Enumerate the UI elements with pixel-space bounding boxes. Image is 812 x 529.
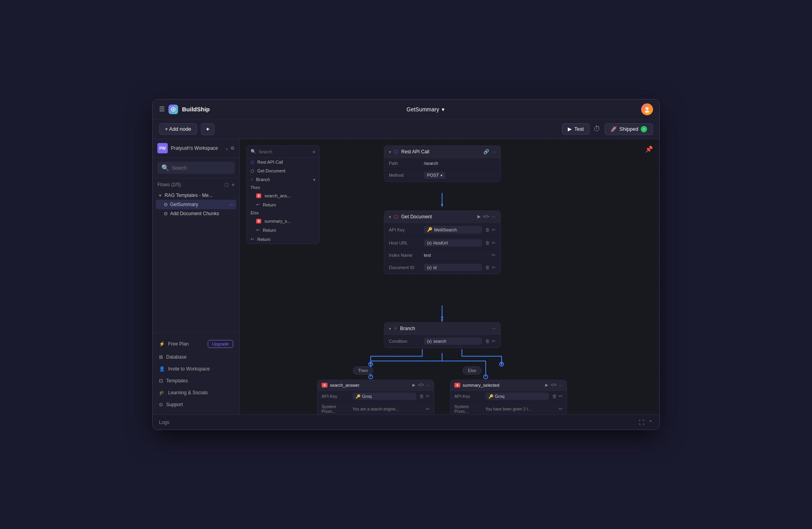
else-section: Else: [247, 209, 319, 217]
workspace-settings-icon[interactable]: ⚙: [230, 145, 235, 151]
var-icon-2: (x): [427, 265, 432, 270]
canvas: 🔍 ≡ ⬡ Rest API Call ⬡ Get Document ⑂: [240, 139, 659, 414]
flow-panel-get-doc[interactable]: ⬡ Get Document: [247, 166, 319, 175]
rest-api-title: Rest API Call: [401, 149, 480, 155]
flow-name-label: GetSummary: [406, 106, 439, 113]
upgrade-button[interactable]: Upgrade: [208, 340, 233, 348]
flow-panel-else-return[interactable]: ↩ Return: [247, 225, 319, 235]
sidebar-item-database[interactable]: ⊞ Database: [156, 351, 236, 363]
summary-code[interactable]: </>: [551, 383, 556, 388]
branch-collapse-icon[interactable]: ▾: [389, 327, 391, 331]
flow-panel-return[interactable]: ↩ Return: [247, 235, 319, 244]
bolt-icon: ⚡: [159, 341, 165, 347]
condition-delete-icon[interactable]: 🗑: [485, 338, 490, 344]
sidebar-item-invite[interactable]: 👤 Invite to Workspace: [156, 363, 236, 375]
history-button[interactable]: ⏱: [594, 125, 601, 133]
logs-expand-icon[interactable]: ⛶: [639, 419, 644, 426]
flow-tree-addchunks[interactable]: ⊙ Add Document Chunks: [156, 209, 236, 218]
flow-name-button[interactable]: GetSummary ▾: [406, 106, 444, 113]
edit-icon-3[interactable]: ✏: [492, 252, 496, 258]
more-icon-2[interactable]: ···: [492, 214, 496, 220]
user-avatar[interactable]: [641, 103, 653, 115]
summary-play[interactable]: ▶: [545, 383, 548, 388]
menu-icon[interactable]: ☰: [159, 105, 165, 113]
learning-label: Learning & Socials: [168, 390, 208, 395]
magic-button[interactable]: ✦: [201, 123, 214, 135]
link-icon[interactable]: 🔗: [483, 149, 489, 155]
flow-label-2: Add Document Chunks: [170, 211, 219, 216]
condition-edit-icon[interactable]: ✏: [492, 338, 496, 344]
title-bar-center: GetSummary ▾: [210, 106, 641, 113]
edit-icon-4[interactable]: ✏: [492, 265, 496, 270]
play-icon[interactable]: ▶: [477, 214, 481, 220]
search-ans-more[interactable]: ···: [426, 383, 430, 388]
flow-panel-then-return[interactable]: ↩ Return: [247, 200, 319, 209]
ss-edit[interactable]: ✏: [559, 393, 563, 399]
ss-delete[interactable]: 🗑: [552, 393, 557, 399]
sidebar-item-support[interactable]: ⊙ Support: [156, 399, 236, 411]
branch-title: Branch: [400, 326, 488, 331]
flow-tree-folder[interactable]: ▼ RAG Templates - Me...: [156, 191, 236, 200]
templates-label: Templates: [166, 378, 188, 384]
flow-panel-search-input[interactable]: [259, 149, 310, 154]
search-ans-play[interactable]: ▶: [412, 383, 416, 388]
sa-sys-prompt-row: System Prom... You are a search engine..…: [318, 402, 434, 414]
flow-mini-panel: 🔍 ≡ ⬡ Rest API Call ⬡ Get Document ⑂: [246, 145, 320, 244]
sa-delete[interactable]: 🗑: [419, 393, 424, 399]
ss-sys-value: You have been given 2 t...: [485, 407, 555, 411]
sa-sys-edit[interactable]: ✏: [426, 406, 430, 412]
invite-label: Invite to Workspace: [168, 366, 210, 372]
branch-more-icon[interactable]: ···: [492, 326, 496, 331]
search-answer-node: 9 search_answer ▶ </> ··· API Key 🔑 Groq: [317, 380, 434, 414]
ss-sys-actions: ✏: [559, 406, 563, 412]
method-select[interactable]: POST ▾: [424, 172, 446, 179]
workspace-chevron-icon[interactable]: ⌄: [225, 145, 229, 151]
index-name-actions: ✏: [492, 252, 496, 258]
edit-icon[interactable]: ✏: [492, 227, 496, 233]
flow-panel-filter-icon[interactable]: ≡: [313, 149, 315, 154]
summary-more[interactable]: ···: [559, 383, 563, 388]
delete-icon[interactable]: 🗑: [485, 227, 490, 233]
edit-icon-2[interactable]: ✏: [492, 240, 496, 246]
search-wrap: 🔍: [157, 162, 235, 174]
logs-chevron-up-icon[interactable]: ⌃: [648, 419, 653, 426]
logs-bar: Logs ⛶ ⌃: [153, 414, 659, 430]
flow-tree-getsummary[interactable]: ⊙ GetSummary ···: [156, 200, 236, 209]
flow-tree: ▼ RAG Templates - Me... ⊙ GetSummary ···…: [153, 191, 239, 332]
flow-panel-search-ans[interactable]: 9 search_ans...: [247, 191, 319, 200]
flow-panel-branch[interactable]: ⑂ Branch ▾: [247, 175, 319, 184]
search-ans-code[interactable]: </>: [418, 383, 423, 388]
add-node-button[interactable]: + Add node: [159, 123, 197, 135]
flow-panel-search: 🔍 ≡: [247, 146, 319, 158]
new-folder-icon[interactable]: □: [225, 181, 228, 188]
rest-api-method-row: Method POST ▾: [384, 169, 500, 181]
test-play-icon: ▶: [568, 126, 572, 132]
svg-point-3: [645, 111, 649, 113]
canvas-pin-icon[interactable]: 📌: [645, 145, 653, 153]
test-button[interactable]: ▶ Test: [562, 123, 590, 135]
shipped-button[interactable]: 🚀 Shipped ✓: [605, 123, 653, 135]
flow-panel-summary[interactable]: 9 summary_s...: [247, 217, 319, 225]
search-input[interactable]: [172, 165, 231, 171]
delete-icon-2[interactable]: 🗑: [485, 240, 490, 246]
return-label: Return: [257, 237, 270, 242]
logo-icon: [169, 105, 178, 114]
code-icon[interactable]: </>: [483, 214, 489, 220]
more-icon[interactable]: ···: [492, 149, 496, 155]
sidebar-item-learning[interactable]: 🎓 Learning & Socials: [156, 387, 236, 399]
flow-search-icon: 🔍: [251, 149, 256, 154]
sidebar-item-templates[interactable]: ⊡ Templates: [156, 375, 236, 387]
get-doc-collapse-icon[interactable]: ▾: [389, 215, 391, 219]
flow-more-icon[interactable]: ···: [229, 201, 234, 208]
collapse-icon[interactable]: ▾: [389, 150, 391, 154]
support-label: Support: [166, 402, 183, 407]
flow-panel-rest-api[interactable]: ⬡ Rest API Call: [247, 158, 319, 166]
magic-icon: ✦: [205, 126, 210, 132]
add-flow-icon[interactable]: +: [232, 181, 235, 188]
get-doc-node-icon: ⬡: [394, 214, 398, 220]
ss-sys-edit[interactable]: ✏: [559, 406, 563, 412]
document-id-row: Document ID (x) id 🗑 ✏: [384, 261, 500, 274]
delete-icon-3[interactable]: 🗑: [485, 265, 490, 270]
sa-edit[interactable]: ✏: [426, 393, 430, 399]
path-value: /search: [424, 161, 496, 166]
